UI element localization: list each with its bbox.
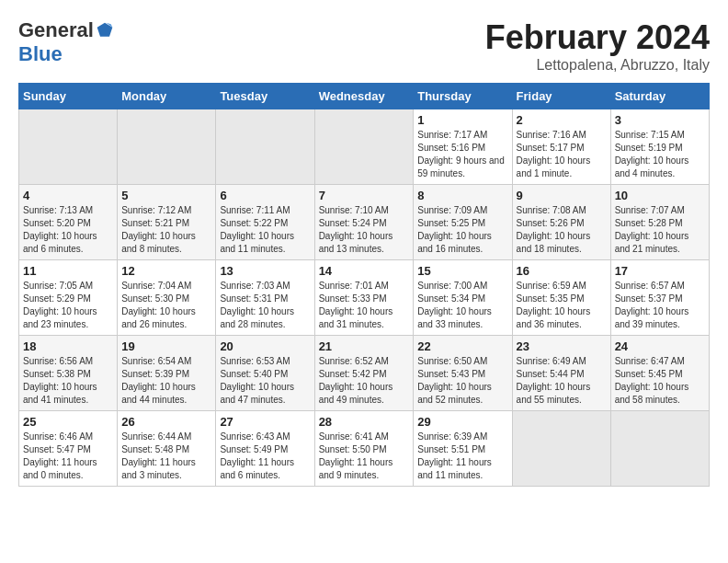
day-info: Sunrise: 7:09 AMSunset: 5:25 PMDaylight:…	[417, 204, 507, 256]
weekday-header-saturday: Saturday	[610, 84, 709, 109]
day-number: 13	[220, 264, 310, 278]
calendar-cell	[512, 411, 610, 487]
day-info: Sunrise: 6:53 AMSunset: 5:40 PMDaylight:…	[220, 355, 310, 407]
calendar-cell: 10Sunrise: 7:07 AMSunset: 5:28 PMDayligh…	[610, 185, 709, 260]
day-info: Sunrise: 7:00 AMSunset: 5:34 PMDaylight:…	[417, 280, 507, 331]
calendar-cell: 6Sunrise: 7:11 AMSunset: 5:22 PMDaylight…	[216, 185, 314, 260]
day-number: 11	[23, 264, 113, 278]
day-number: 14	[319, 264, 410, 278]
calendar-cell	[610, 411, 709, 487]
day-info: Sunrise: 6:41 AMSunset: 5:50 PMDaylight:…	[319, 431, 410, 482]
day-number: 6	[220, 189, 310, 202]
calendar-cell: 27Sunrise: 6:43 AMSunset: 5:49 PMDayligh…	[216, 411, 314, 487]
calendar-cell: 5Sunrise: 7:12 AMSunset: 5:21 PMDaylight…	[118, 185, 216, 260]
day-number: 12	[121, 264, 211, 278]
day-info: Sunrise: 7:10 AMSunset: 5:24 PMDaylight:…	[319, 204, 410, 256]
calendar-week-row: 1Sunrise: 7:17 AMSunset: 5:16 PMDaylight…	[19, 109, 710, 185]
day-number: 2	[517, 113, 607, 127]
day-number: 7	[319, 189, 410, 202]
calendar-cell	[216, 109, 314, 185]
calendar-cell: 15Sunrise: 7:00 AMSunset: 5:34 PMDayligh…	[414, 260, 512, 336]
day-info: Sunrise: 7:03 AMSunset: 5:31 PMDaylight:…	[220, 280, 310, 331]
calendar-cell: 24Sunrise: 6:47 AMSunset: 5:45 PMDayligh…	[610, 336, 709, 411]
day-number: 29	[417, 415, 507, 429]
day-number: 18	[23, 339, 113, 353]
calendar-week-row: 4Sunrise: 7:13 AMSunset: 5:20 PMDaylight…	[19, 185, 710, 260]
day-info: Sunrise: 7:17 AMSunset: 5:16 PMDaylight:…	[417, 129, 507, 180]
calendar-cell: 16Sunrise: 6:59 AMSunset: 5:35 PMDayligh…	[512, 260, 610, 336]
calendar-cell: 11Sunrise: 7:05 AMSunset: 5:29 PMDayligh…	[19, 260, 118, 336]
location-subtitle: Lettopalena, Abruzzo, Italy	[485, 57, 710, 74]
day-info: Sunrise: 6:43 AMSunset: 5:49 PMDaylight:…	[220, 431, 310, 482]
day-info: Sunrise: 6:47 AMSunset: 5:45 PMDaylight:…	[615, 355, 705, 407]
month-title: February 2024	[485, 18, 710, 57]
calendar-cell: 19Sunrise: 6:54 AMSunset: 5:39 PMDayligh…	[118, 336, 216, 411]
calendar-table: SundayMondayTuesdayWednesdayThursdayFrid…	[18, 83, 710, 487]
calendar-cell: 23Sunrise: 6:49 AMSunset: 5:44 PMDayligh…	[512, 336, 610, 411]
calendar-cell: 28Sunrise: 6:41 AMSunset: 5:50 PMDayligh…	[314, 411, 414, 487]
day-info: Sunrise: 6:46 AMSunset: 5:47 PMDaylight:…	[23, 431, 113, 482]
day-info: Sunrise: 7:08 AMSunset: 5:26 PMDaylight:…	[517, 204, 607, 256]
day-info: Sunrise: 7:11 AMSunset: 5:22 PMDaylight:…	[220, 204, 310, 256]
day-number: 9	[517, 189, 607, 202]
day-number: 3	[615, 113, 705, 127]
weekday-header-tuesday: Tuesday	[216, 84, 314, 109]
calendar-cell: 13Sunrise: 7:03 AMSunset: 5:31 PMDayligh…	[216, 260, 314, 336]
day-info: Sunrise: 6:44 AMSunset: 5:48 PMDaylight:…	[121, 431, 211, 482]
calendar-cell: 26Sunrise: 6:44 AMSunset: 5:48 PMDayligh…	[118, 411, 216, 487]
day-info: Sunrise: 7:04 AMSunset: 5:30 PMDaylight:…	[121, 280, 211, 331]
day-number: 26	[121, 415, 211, 429]
day-info: Sunrise: 6:49 AMSunset: 5:44 PMDaylight:…	[517, 355, 607, 407]
calendar-cell: 29Sunrise: 6:39 AMSunset: 5:51 PMDayligh…	[414, 411, 512, 487]
calendar-cell: 1Sunrise: 7:17 AMSunset: 5:16 PMDaylight…	[414, 109, 512, 185]
calendar-cell: 7Sunrise: 7:10 AMSunset: 5:24 PMDaylight…	[314, 185, 414, 260]
day-number: 25	[23, 415, 113, 429]
calendar-cell: 14Sunrise: 7:01 AMSunset: 5:33 PMDayligh…	[314, 260, 414, 336]
day-number: 21	[319, 339, 410, 353]
day-info: Sunrise: 6:57 AMSunset: 5:37 PMDaylight:…	[615, 280, 705, 331]
logo-icon	[96, 21, 114, 40]
day-number: 19	[121, 339, 211, 353]
calendar-cell: 8Sunrise: 7:09 AMSunset: 5:25 PMDaylight…	[414, 185, 512, 260]
calendar-cell	[118, 109, 216, 185]
logo: General Blue	[18, 18, 114, 66]
day-number: 23	[517, 339, 607, 353]
day-number: 22	[417, 339, 507, 353]
calendar-cell: 17Sunrise: 6:57 AMSunset: 5:37 PMDayligh…	[610, 260, 709, 336]
weekday-header-thursday: Thursday	[414, 84, 512, 109]
weekday-header-monday: Monday	[118, 84, 216, 109]
day-number: 28	[319, 415, 410, 429]
day-info: Sunrise: 6:50 AMSunset: 5:43 PMDaylight:…	[417, 355, 507, 407]
weekday-header-sunday: Sunday	[19, 84, 118, 109]
calendar-cell: 22Sunrise: 6:50 AMSunset: 5:43 PMDayligh…	[414, 336, 512, 411]
calendar-cell: 25Sunrise: 6:46 AMSunset: 5:47 PMDayligh…	[19, 411, 118, 487]
calendar-cell: 4Sunrise: 7:13 AMSunset: 5:20 PMDaylight…	[19, 185, 118, 260]
title-section: February 2024 Lettopalena, Abruzzo, Ital…	[485, 18, 710, 74]
weekday-header-wednesday: Wednesday	[314, 84, 414, 109]
calendar-cell: 9Sunrise: 7:08 AMSunset: 5:26 PMDaylight…	[512, 185, 610, 260]
calendar-cell: 2Sunrise: 7:16 AMSunset: 5:17 PMDaylight…	[512, 109, 610, 185]
header: General Blue February 2024 Lettopalena, …	[18, 18, 710, 74]
calendar-week-row: 11Sunrise: 7:05 AMSunset: 5:29 PMDayligh…	[19, 260, 710, 336]
day-number: 10	[615, 189, 705, 202]
calendar-cell: 18Sunrise: 6:56 AMSunset: 5:38 PMDayligh…	[19, 336, 118, 411]
logo-general-text: General	[18, 18, 94, 42]
day-number: 27	[220, 415, 310, 429]
calendar-cell: 21Sunrise: 6:52 AMSunset: 5:42 PMDayligh…	[314, 336, 414, 411]
calendar-cell: 3Sunrise: 7:15 AMSunset: 5:19 PMDaylight…	[610, 109, 709, 185]
day-info: Sunrise: 7:13 AMSunset: 5:20 PMDaylight:…	[23, 204, 113, 256]
day-info: Sunrise: 6:59 AMSunset: 5:35 PMDaylight:…	[517, 280, 607, 331]
day-number: 17	[615, 264, 705, 278]
day-info: Sunrise: 6:56 AMSunset: 5:38 PMDaylight:…	[23, 355, 113, 407]
day-info: Sunrise: 7:16 AMSunset: 5:17 PMDaylight:…	[517, 129, 607, 180]
day-number: 4	[23, 189, 113, 202]
calendar-week-row: 25Sunrise: 6:46 AMSunset: 5:47 PMDayligh…	[19, 411, 710, 487]
calendar-cell	[314, 109, 414, 185]
calendar-cell	[19, 109, 118, 185]
day-info: Sunrise: 7:15 AMSunset: 5:19 PMDaylight:…	[615, 129, 705, 180]
day-number: 8	[417, 189, 507, 202]
day-info: Sunrise: 7:01 AMSunset: 5:33 PMDaylight:…	[319, 280, 410, 331]
day-info: Sunrise: 6:52 AMSunset: 5:42 PMDaylight:…	[319, 355, 410, 407]
day-info: Sunrise: 7:12 AMSunset: 5:21 PMDaylight:…	[121, 204, 211, 256]
day-info: Sunrise: 7:05 AMSunset: 5:29 PMDaylight:…	[23, 280, 113, 331]
